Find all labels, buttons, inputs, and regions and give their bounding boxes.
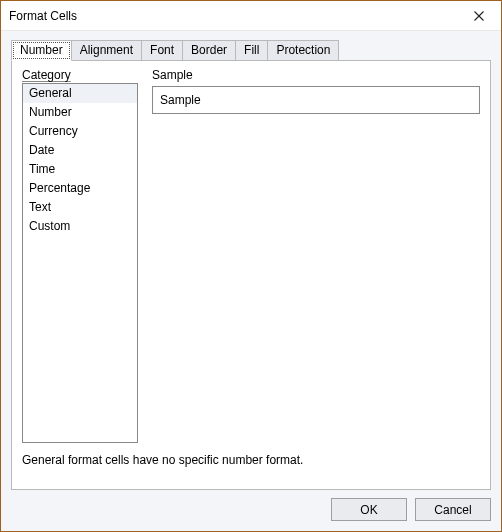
tab-fill[interactable]: Fill (235, 40, 268, 61)
tab-protection[interactable]: Protection (267, 40, 339, 61)
tab-font[interactable]: Font (141, 40, 183, 61)
titlebar: Format Cells (1, 1, 501, 31)
tab-page-number: Category GeneralNumberCurrencyDateTimePe… (11, 60, 491, 490)
category-listbox[interactable]: GeneralNumberCurrencyDateTimePercentageT… (22, 83, 138, 443)
close-button[interactable] (457, 1, 501, 31)
category-item-currency[interactable]: Currency (23, 122, 137, 141)
category-item-text[interactable]: Text (23, 198, 137, 217)
tabstrip: NumberAlignmentFontBorderFillProtection (11, 39, 491, 61)
tab-alignment[interactable]: Alignment (71, 40, 142, 61)
tab-border[interactable]: Border (182, 40, 236, 61)
sample-value: Sample (160, 93, 201, 107)
format-description: General format cells have no specific nu… (22, 453, 480, 467)
category-item-percentage[interactable]: Percentage (23, 179, 137, 198)
category-item-date[interactable]: Date (23, 141, 137, 160)
format-cells-dialog: Format Cells NumberAlignmentFontBorderFi… (0, 0, 502, 532)
window-title: Format Cells (9, 9, 77, 23)
category-item-time[interactable]: Time (23, 160, 137, 179)
sample-label: Sample (152, 68, 480, 82)
category-item-custom[interactable]: Custom (23, 217, 137, 236)
ok-button[interactable]: OK (331, 498, 407, 521)
category-item-number[interactable]: Number (23, 103, 137, 122)
category-item-general[interactable]: General (23, 84, 137, 103)
category-label: Category (22, 68, 138, 82)
sample-box: Sample (152, 86, 480, 114)
client-area: NumberAlignmentFontBorderFillProtection … (1, 31, 501, 531)
dialog-button-row: OK Cancel (11, 498, 491, 521)
close-icon (474, 11, 484, 21)
cancel-button[interactable]: Cancel (415, 498, 491, 521)
tab-number[interactable]: Number (11, 40, 72, 61)
